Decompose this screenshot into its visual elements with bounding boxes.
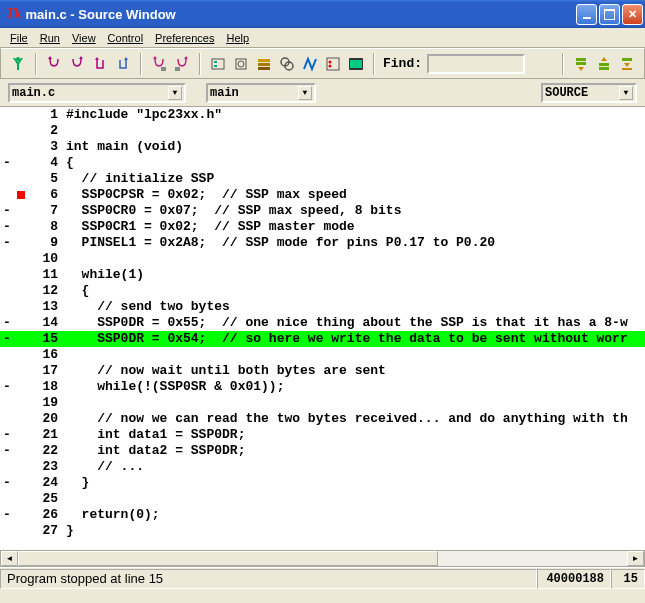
breakpoint-gutter[interactable] bbox=[14, 459, 28, 475]
breakpoint-gutter[interactable] bbox=[14, 507, 28, 523]
code-line[interactable]: -26 return(0); bbox=[0, 507, 645, 523]
code-line[interactable]: 27} bbox=[0, 523, 645, 539]
breakpoint-gutter[interactable] bbox=[14, 347, 28, 363]
horizontal-scrollbar[interactable]: ◄ ► bbox=[0, 550, 645, 567]
breakpoint-gutter[interactable] bbox=[14, 379, 28, 395]
menu-file[interactable]: File bbox=[4, 30, 34, 46]
menu-run[interactable]: Run bbox=[34, 30, 66, 46]
breakpoint-gutter[interactable] bbox=[14, 107, 28, 123]
breakpoint-gutter[interactable] bbox=[14, 331, 28, 347]
code-line[interactable]: 12 { bbox=[0, 283, 645, 299]
scroll-right-button[interactable]: ► bbox=[627, 551, 644, 566]
code-line[interactable]: -8 SSP0CR1 = 0x02; // SSP master mode bbox=[0, 219, 645, 235]
memory-button[interactable] bbox=[230, 53, 252, 75]
code-line[interactable]: 11 while(1) bbox=[0, 267, 645, 283]
code-line[interactable]: 6 SSP0CPSR = 0x02; // SSP max speed bbox=[0, 187, 645, 203]
gutter-mark bbox=[0, 491, 14, 507]
svg-rect-4 bbox=[214, 61, 217, 63]
minimize-button[interactable] bbox=[576, 4, 597, 25]
code-line[interactable]: -18 while(!(SSP0SR & 0x01)); bbox=[0, 379, 645, 395]
run-button[interactable] bbox=[7, 53, 29, 75]
breakpoint-gutter[interactable] bbox=[14, 395, 28, 411]
code-line[interactable]: 23 // ... bbox=[0, 459, 645, 475]
close-button[interactable] bbox=[622, 4, 643, 25]
file-selector[interactable]: main.c ▼ bbox=[8, 83, 186, 103]
menu-help[interactable]: Help bbox=[220, 30, 255, 46]
code-line[interactable]: 5 // initialize SSP bbox=[0, 171, 645, 187]
watch-button[interactable] bbox=[276, 53, 298, 75]
menu-control[interactable]: Control bbox=[102, 30, 149, 46]
status-bar: Program stopped at line 15 40000188 15 bbox=[0, 567, 645, 589]
step-asm-over-button[interactable] bbox=[171, 53, 193, 75]
function-selector[interactable]: main ▼ bbox=[206, 83, 316, 103]
breakpoint-gutter[interactable] bbox=[14, 251, 28, 267]
code-line[interactable]: 13 // send two bytes bbox=[0, 299, 645, 315]
code-line[interactable]: -15 SSP0DR = 0x54; // so here we write t… bbox=[0, 331, 645, 347]
scroll-track[interactable] bbox=[18, 551, 627, 566]
code-line[interactable]: -9 PINSEL1 = 0x2A8; // SSP mode for pins… bbox=[0, 235, 645, 251]
code-line[interactable]: 10 bbox=[0, 251, 645, 267]
breakpoint-gutter[interactable] bbox=[14, 475, 28, 491]
scroll-left-button[interactable]: ◄ bbox=[1, 551, 18, 566]
stack-up-button[interactable] bbox=[593, 53, 615, 75]
code-line[interactable]: -22 int data2 = SSP0DR; bbox=[0, 443, 645, 459]
breakpoint-gutter[interactable] bbox=[14, 363, 28, 379]
gutter-mark: - bbox=[0, 475, 14, 491]
maximize-button[interactable] bbox=[599, 4, 620, 25]
breakpoint-gutter[interactable] bbox=[14, 155, 28, 171]
continue-button[interactable] bbox=[112, 53, 134, 75]
code-line[interactable]: 2 bbox=[0, 123, 645, 139]
breakpoint-gutter[interactable] bbox=[14, 299, 28, 315]
code-line[interactable]: -4{ bbox=[0, 155, 645, 171]
source-code-view[interactable]: 1#include "lpc23xx.h"23int main (void)-4… bbox=[0, 107, 645, 550]
stack-button[interactable] bbox=[253, 53, 275, 75]
code-line[interactable]: -24 } bbox=[0, 475, 645, 491]
registers-button[interactable] bbox=[207, 53, 229, 75]
stack-down-button[interactable] bbox=[570, 53, 592, 75]
code-line[interactable]: 25 bbox=[0, 491, 645, 507]
code-line[interactable]: -7 SSP0CR0 = 0x07; // SSP max speed, 8 b… bbox=[0, 203, 645, 219]
console-button[interactable] bbox=[345, 53, 367, 75]
breakpoint-gutter[interactable] bbox=[14, 123, 28, 139]
breakpoint-gutter[interactable] bbox=[14, 171, 28, 187]
breakpoint-gutter[interactable] bbox=[14, 315, 28, 331]
breakpoint-gutter[interactable] bbox=[14, 139, 28, 155]
breakpoint-gutter[interactable] bbox=[14, 267, 28, 283]
code-line[interactable]: 17 // now wait until both bytes are sent bbox=[0, 363, 645, 379]
find-input[interactable] bbox=[427, 54, 525, 74]
scroll-thumb[interactable] bbox=[18, 551, 438, 566]
code-line[interactable]: -14 SSP0DR = 0x55; // one nice thing abo… bbox=[0, 315, 645, 331]
breakpoint-gutter[interactable] bbox=[14, 187, 28, 203]
breakpoint-gutter[interactable] bbox=[14, 219, 28, 235]
stack-bottom-button[interactable] bbox=[616, 53, 638, 75]
code-line[interactable]: 19 bbox=[0, 395, 645, 411]
code-text bbox=[62, 395, 645, 411]
breakpoint-gutter[interactable] bbox=[14, 427, 28, 443]
step-asm-into-button[interactable] bbox=[148, 53, 170, 75]
file-selector-value: main.c bbox=[12, 86, 55, 100]
menu-preferences[interactable]: Preferences bbox=[149, 30, 220, 46]
breakpoint-gutter[interactable] bbox=[14, 235, 28, 251]
code-line[interactable]: 1#include "lpc23xx.h" bbox=[0, 107, 645, 123]
mode-selector[interactable]: SOURCE ▼ bbox=[541, 83, 637, 103]
menu-view[interactable]: View bbox=[66, 30, 102, 46]
breakpoints-button[interactable] bbox=[322, 53, 344, 75]
breakpoint-gutter[interactable] bbox=[14, 443, 28, 459]
breakpoint-gutter[interactable] bbox=[14, 203, 28, 219]
code-line[interactable]: 3int main (void) bbox=[0, 139, 645, 155]
locals-button[interactable] bbox=[299, 53, 321, 75]
code-line[interactable]: -21 int data1 = SSP0DR; bbox=[0, 427, 645, 443]
breakpoint-gutter[interactable] bbox=[14, 283, 28, 299]
code-text: #include "lpc23xx.h" bbox=[62, 107, 645, 123]
step-over-button[interactable] bbox=[66, 53, 88, 75]
gutter-mark: - bbox=[0, 443, 14, 459]
step-into-button[interactable] bbox=[43, 53, 65, 75]
step-out-button[interactable] bbox=[89, 53, 111, 75]
code-line[interactable]: 16 bbox=[0, 347, 645, 363]
code-text: while(1) bbox=[62, 267, 645, 283]
breakpoint-gutter[interactable] bbox=[14, 411, 28, 427]
line-number: 1 bbox=[28, 107, 62, 123]
breakpoint-gutter[interactable] bbox=[14, 523, 28, 539]
breakpoint-gutter[interactable] bbox=[14, 491, 28, 507]
code-line[interactable]: 20 // now we can read the two bytes rece… bbox=[0, 411, 645, 427]
